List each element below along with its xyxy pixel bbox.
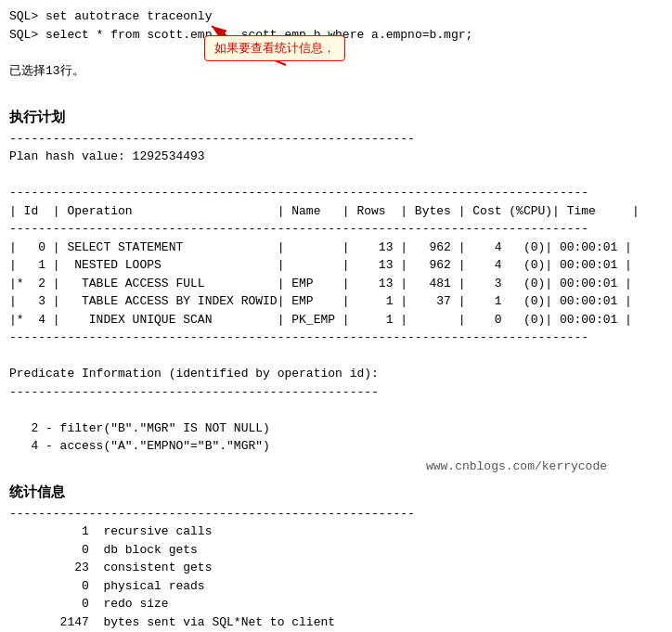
divider-4: ----------------------------------------… [9,329,663,347]
divider-3: ----------------------------------------… [9,220,663,239]
plan-hash-line: Plan hash value: 1292534493 [9,148,663,166]
table-row: | 3 | TABLE ACCESS BY INDEX ROWID| EMP |… [9,292,663,311]
divider-6: ----------------------------------------… [9,505,663,523]
predicate-heading: Predicate Information (identified by ope… [9,365,663,383]
table-row: |* 2 | TABLE ACCESS FULL | EMP | 13 | 48… [9,275,663,293]
rows-selected: 已选择13行。 [9,62,663,81]
line-autotrace: SQL> set autotrace traceonly [9,7,663,26]
predicate-2: 4 - access("A"."EMPNO"="B"."MGR") [9,437,663,456]
table-header: | Id | Operation | Name | Rows | Bytes |… [9,202,663,221]
callout-text: 如果要查看统计信息， [214,41,335,55]
section-plan-heading: 执行计划 [9,106,663,128]
stat-line: 0 db block gets [9,541,663,560]
sql-rest: a.empno=b.mgr; [364,28,472,42]
table-row: | 1 | NESTED LOOPS | | 13 | 962 | 4 (0)|… [9,256,663,275]
table-row: | 0 | SELECT STATEMENT | | 13 | 962 | 4 … [9,239,663,257]
blank-line-4 [9,347,663,366]
section-stats-heading: 统计信息 [9,481,663,503]
divider-2: ----------------------------------------… [9,184,663,202]
stat-line: 23 consistent gets [9,559,663,577]
callout-wrapper: 如果要查看统计信息， [204,35,345,61]
stat-line: 0 redo size [9,595,663,613]
blank-line-2 [9,80,663,98]
blank-line-3 [9,166,663,185]
stat-line: 0 physical reads [9,577,663,596]
callout-bubble: 如果要查看统计信息， [204,35,345,61]
predicate-1: 2 - filter("B"."MGR" IS NOT NULL) [9,419,663,438]
stat-line: 1 recursive calls [9,522,663,541]
sql-prompt: SQL> [9,28,45,42]
stat-line: 2147 bytes sent via SQL*Net to client [9,613,663,632]
watermark: www.cnblogs.com/kerrycode [9,459,607,473]
blank-line-5 [9,401,663,419]
table-row: |* 4 | INDEX UNIQUE SCAN | PK_EMP | 1 | … [9,311,663,329]
divider-5: ----------------------------------------… [9,383,663,402]
terminal-window: SQL> set autotrace traceonly SQL> select… [9,7,663,632]
divider-1: ----------------------------------------… [9,130,663,148]
